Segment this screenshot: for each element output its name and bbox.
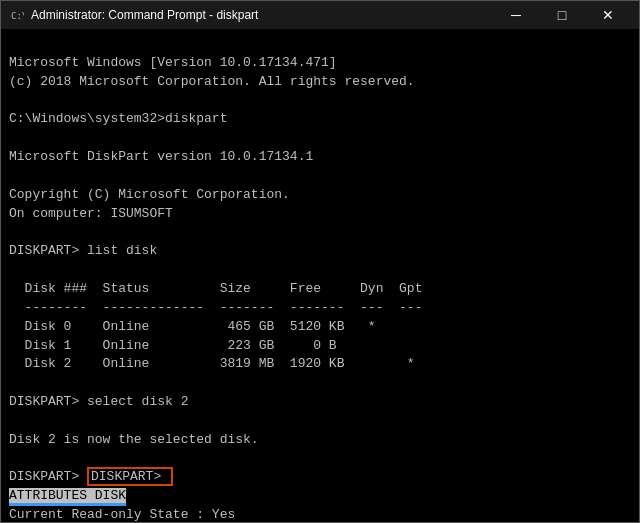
- line-20: [9, 412, 631, 431]
- line-1: Microsoft Windows [Version 10.0.17134.47…: [9, 54, 631, 73]
- readonly-state-line: ATTRIBUTES DISK: [9, 487, 631, 506]
- disk-1-row: Disk 1 Online 223 GB 0 B: [9, 337, 631, 356]
- table-header: Disk ### Status Size Free Dyn Gpt: [9, 280, 631, 299]
- table-divider: -------- ------------- ------- ------- -…: [9, 299, 631, 318]
- console-output: Microsoft Windows [Version 10.0.17134.47…: [1, 29, 639, 522]
- svg-text:C:\: C:\: [11, 11, 24, 21]
- attributes-disk-line: DISKPART> DISKPART>: [9, 468, 631, 487]
- readonly-state-highlight: ATTRIBUTES DISK: [9, 488, 126, 506]
- line-3: [9, 92, 631, 111]
- line-2: (c) 2018 Microsoft Corporation. All righ…: [9, 73, 631, 92]
- line-5: [9, 129, 631, 148]
- line-7: [9, 167, 631, 186]
- line-copyright: Copyright (C) Microsoft Corporation.: [9, 186, 631, 205]
- line-10: [9, 223, 631, 242]
- line-9: On computer: ISUMSOFT: [9, 205, 631, 224]
- line-6: Microsoft DiskPart version 10.0.17134.1: [9, 148, 631, 167]
- minimize-button[interactable]: ─: [493, 1, 539, 29]
- app-icon: C:\: [9, 7, 25, 23]
- select-disk-cmd: DISKPART> select disk 2: [9, 393, 631, 412]
- line-12: [9, 261, 631, 280]
- line-18: [9, 374, 631, 393]
- disk-selected-msg: Disk 2 is now the selected disk.: [9, 431, 631, 450]
- copyright-text: Copyright (C) Microsoft Corporation.: [9, 187, 290, 202]
- prompt-text: DISKPART>: [9, 469, 87, 484]
- line-11: DISKPART> list disk: [9, 242, 631, 261]
- line-22: [9, 450, 631, 469]
- readonly-line: Current Read-only State : Yes: [9, 506, 631, 522]
- disk-0-row: Disk 0 Online 465 GB 5120 KB *: [9, 318, 631, 337]
- disk-2-row: Disk 2 Online 3819 MB 1920 KB *: [9, 355, 631, 374]
- titlebar: C:\ Administrator: Command Prompt - disk…: [1, 1, 639, 29]
- line-4: C:\Windows\system32>diskpart: [9, 110, 631, 129]
- window: C:\ Administrator: Command Prompt - disk…: [0, 0, 640, 523]
- attributes-disk-cmd: DISKPART>: [87, 467, 173, 486]
- maximize-button[interactable]: □: [539, 1, 585, 29]
- window-title: Administrator: Command Prompt - diskpart: [31, 8, 493, 22]
- window-controls: ─ □ ✕: [493, 1, 631, 29]
- close-button[interactable]: ✕: [585, 1, 631, 29]
